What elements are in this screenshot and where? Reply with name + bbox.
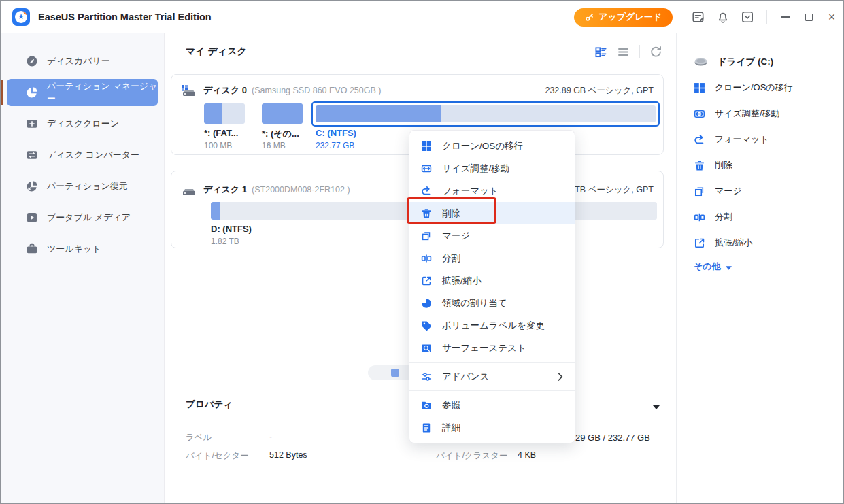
windows-icon (694, 82, 705, 94)
sidebar-item-label: パーティション復元 (47, 180, 128, 192)
right-action-label: 分割 (715, 211, 732, 223)
partition-label-d: D: (NTFS) (211, 224, 252, 234)
page-title: マイ ディスク (186, 46, 247, 58)
advanced-sliders-icon (421, 371, 432, 382)
menu-item-change-label[interactable]: ボリュームラベルを変更 (409, 314, 575, 337)
menu-item-label: 拡張/縮小 (442, 275, 482, 287)
menu-item-label: サーフェーステスト (442, 342, 526, 354)
sidebar-item-disk-converter[interactable]: ディスク コンバーター (7, 141, 158, 169)
right-panel-drive-header: ドライブ (C:) (677, 49, 843, 75)
partition-fill (211, 202, 220, 220)
sidebar-item-label: ツールキット (47, 243, 101, 255)
prop-bytes-sector-value: 512 Bytes (269, 450, 307, 460)
close-button[interactable]: × (820, 1, 843, 33)
right-action-format[interactable]: フォーマット (677, 127, 843, 152)
right-action-label: サイズ調整/移動 (715, 107, 780, 120)
menu-item-allocate-space[interactable]: 領域の割り当て (409, 292, 575, 314)
key-icon (585, 13, 594, 22)
menu-item-details[interactable]: 詳細 (409, 416, 575, 439)
expand-icon (421, 275, 432, 286)
active-accent-bar (1, 80, 3, 105)
caret-down-icon (653, 400, 660, 411)
sidebar-item-label: ブータブル メディア (47, 212, 131, 224)
right-panel-more-button[interactable]: その他 (677, 261, 843, 273)
disk0-name: ディスク 0 (203, 84, 247, 97)
menu-item-label: 分割 (442, 252, 460, 265)
disk1-name: ディスク 1 (203, 184, 247, 196)
menu-item-label: 参照 (442, 399, 460, 411)
sidebar-item-discovery[interactable]: ディスカバリー (7, 48, 158, 75)
titlebar-divider (766, 10, 767, 24)
sidebar-item-partition-manager[interactable]: パーティション マネージャー (7, 79, 158, 106)
split-icon (694, 212, 705, 223)
format-icon (694, 134, 705, 146)
menu-item-split[interactable]: 分割 (409, 247, 575, 269)
toolkit-icon (26, 243, 38, 255)
prop-label-label: ラベル (186, 432, 212, 443)
menu-item-resize-move[interactable]: サイズ調整/移動 (409, 157, 575, 180)
compass-icon (26, 55, 38, 67)
trash-icon (694, 160, 705, 171)
sidebar-item-toolkit[interactable]: ツールキット (7, 235, 158, 263)
menu-item-label: アドバンス (442, 371, 489, 383)
menu-item-advanced[interactable]: アドバンス (409, 365, 575, 388)
menu-item-delete[interactable]: 削除 (409, 202, 575, 224)
expand-icon (694, 237, 705, 249)
right-action-label: クローン/OSの移行 (715, 82, 793, 94)
windows-icon (421, 141, 432, 152)
partition-fill (204, 103, 222, 124)
more-label: その他 (694, 261, 721, 273)
sidebar-item-bootable-media[interactable]: ブータブル メディア (7, 204, 158, 231)
right-action-split[interactable]: 分割 (677, 204, 843, 230)
partition-bar-fat[interactable] (204, 103, 245, 124)
minimize-button[interactable] (774, 1, 797, 33)
right-action-resize-move[interactable]: サイズ調整/移動 (677, 101, 843, 127)
grid-view-icon[interactable] (594, 46, 607, 58)
account-dropdown-icon[interactable] (741, 10, 754, 24)
sidebar: ディスカバリー パーティション マネージャー ディスククローン ディスク コンバ… (1, 33, 165, 503)
partition-bar-c (316, 105, 656, 122)
chevron-right-icon (558, 373, 563, 381)
trash-icon (421, 208, 432, 219)
right-action-label: マージ (715, 185, 742, 197)
right-action-extend-shrink[interactable]: 拡張/縮小 (677, 230, 843, 256)
disk-clone-icon (26, 118, 38, 130)
feedback-icon[interactable] (692, 10, 705, 24)
menu-separator (409, 362, 575, 363)
partition-bar-other[interactable] (262, 103, 303, 124)
menu-item-surface-test[interactable]: サーフェーステスト (409, 337, 575, 359)
right-action-merge[interactable]: マージ (677, 178, 843, 204)
right-action-delete[interactable]: 削除 (677, 152, 843, 178)
browse-folder-icon (421, 400, 432, 411)
pie-restore-icon (26, 180, 38, 192)
list-view-icon[interactable] (617, 46, 630, 58)
menu-item-clone-os[interactable]: クローン/OSの移行 (409, 135, 575, 157)
sidebar-item-disk-clone[interactable]: ディスククローン (7, 110, 158, 137)
disk-convert-icon (26, 149, 38, 161)
resize-icon (421, 163, 432, 174)
merge-icon (421, 231, 432, 241)
refresh-icon[interactable] (649, 46, 662, 58)
app-window: ★ EaseUS Partition Master Trial Edition … (0, 0, 844, 504)
partition-bar-c-selected[interactable] (311, 101, 660, 127)
upgrade-button[interactable]: アップグレード (574, 8, 673, 27)
disk0-model: (Samsung SSD 860 EVO 250GB ) (252, 86, 381, 95)
bell-icon[interactable] (716, 10, 730, 24)
disk0-icon (181, 84, 196, 97)
menu-item-extend-shrink[interactable]: 拡張/縮小 (409, 269, 575, 292)
sidebar-item-partition-recovery[interactable]: パーティション復元 (7, 173, 158, 200)
disk1-icon (181, 184, 196, 196)
partition-fill (316, 105, 441, 122)
maximize-button[interactable] (797, 1, 820, 33)
menu-item-label: サイズ調整/移動 (442, 163, 509, 175)
caret-down-icon (726, 262, 732, 272)
prop-used-space-partial-value: 29 GB / 232.77 GB (575, 433, 650, 443)
partition-fill (262, 103, 303, 124)
menu-item-format[interactable]: フォーマット (409, 180, 575, 202)
properties-collapse-caret[interactable] (653, 400, 660, 405)
menu-item-merge[interactable]: マージ (409, 224, 575, 247)
menu-separator (409, 390, 575, 391)
sidebar-item-label: ディスカバリー (47, 55, 110, 67)
menu-item-browse[interactable]: 参照 (409, 394, 575, 416)
right-action-clone-os[interactable]: クローン/OSの移行 (677, 75, 843, 101)
